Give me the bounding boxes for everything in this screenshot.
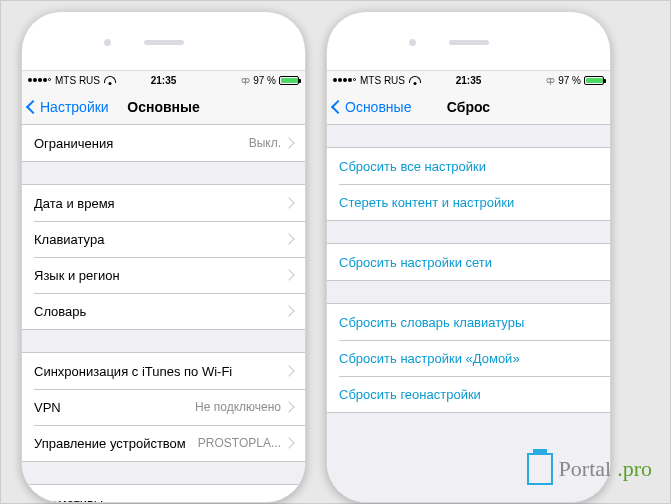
watermark-suffix: .pro xyxy=(617,456,652,482)
battery-icon xyxy=(279,76,299,85)
row-reset-network[interactable]: Сбросить настройки сети xyxy=(327,244,610,280)
back-label: Основные xyxy=(345,99,411,115)
wifi-icon xyxy=(104,76,116,85)
chevron-right-icon xyxy=(283,269,294,280)
screen-reset: MTS RUS 21:35 ȹ 97 % Основные Сброс xyxy=(327,70,610,502)
row-dictionary[interactable]: Словарь xyxy=(22,293,305,329)
nav-title: Сброс xyxy=(447,99,490,115)
row-language-region[interactable]: Язык и регион xyxy=(22,257,305,293)
bluetooth-icon: ȹ xyxy=(241,75,250,85)
group-reset-network: Сбросить настройки сети xyxy=(327,243,610,281)
row-erase-all[interactable]: Стереть контент и настройки xyxy=(327,184,610,220)
chevron-right-icon xyxy=(283,401,294,412)
phone-left: MTS RUS 21:35 ȹ 97 % Настройки Основные xyxy=(21,11,306,503)
carrier-label: MTS RUS xyxy=(360,75,405,86)
group-reset-other: Сбросить словарь клавиатуры Сбросить нас… xyxy=(327,303,610,413)
row-regulatory[interactable]: Нормативы xyxy=(22,485,305,502)
phone-right: MTS RUS 21:35 ȹ 97 % Основные Сброс xyxy=(326,11,611,503)
row-keyboard[interactable]: Клавиатура xyxy=(22,221,305,257)
row-date-time[interactable]: Дата и время xyxy=(22,185,305,221)
status-bar: MTS RUS 21:35 ȹ 97 % xyxy=(327,71,610,89)
chevron-right-icon xyxy=(283,365,294,376)
group-general: Дата и время Клавиатура Язык и регион Сл… xyxy=(22,184,305,330)
nav-bar: Основные Сброс xyxy=(327,89,610,125)
chevron-right-icon xyxy=(283,233,294,244)
battery-percentage: 97 % xyxy=(253,75,276,86)
nav-bar: Настройки Основные xyxy=(22,89,305,125)
watermark: Portal.pro xyxy=(527,453,652,485)
chevron-right-icon xyxy=(283,305,294,316)
chevron-right-icon xyxy=(283,497,294,502)
row-reset-home-layout[interactable]: Сбросить настройки «Домой» xyxy=(327,340,610,376)
back-label: Настройки xyxy=(40,99,109,115)
back-button[interactable]: Основные xyxy=(333,99,411,115)
battery-icon xyxy=(584,76,604,85)
row-restrictions[interactable]: Ограничения Выкл. xyxy=(22,125,305,161)
clock-label: 21:35 xyxy=(456,75,482,86)
row-vpn[interactable]: VPNНе подключено xyxy=(22,389,305,425)
signal-strength-icon xyxy=(333,78,356,82)
chevron-right-icon xyxy=(283,137,294,148)
group-about: Нормативы xyxy=(22,484,305,502)
row-itunes-wifi-sync[interactable]: Синхронизация с iTunes по Wi-Fi xyxy=(22,353,305,389)
chevron-left-icon xyxy=(26,99,40,113)
group-reset-main: Сбросить все настройки Стереть контент и… xyxy=(327,147,610,221)
battery-percentage: 97 % xyxy=(558,75,581,86)
status-bar: MTS RUS 21:35 ȹ 97 % xyxy=(22,71,305,89)
screen-general: MTS RUS 21:35 ȹ 97 % Настройки Основные xyxy=(22,70,305,502)
group-sync: Синхронизация с iTunes по Wi-Fi VPNНе по… xyxy=(22,352,305,462)
wifi-icon xyxy=(409,76,421,85)
chevron-right-icon xyxy=(283,437,294,448)
chevron-left-icon xyxy=(331,99,345,113)
group-restrictions: Ограничения Выкл. xyxy=(22,125,305,162)
signal-strength-icon xyxy=(28,78,51,82)
bluetooth-icon: ȹ xyxy=(546,75,555,85)
back-button[interactable]: Настройки xyxy=(28,99,109,115)
chevron-right-icon xyxy=(283,197,294,208)
stage: MTS RUS 21:35 ȹ 97 % Настройки Основные xyxy=(0,0,671,504)
reset-list[interactable]: Сбросить все настройки Стереть контент и… xyxy=(327,125,610,502)
row-device-management[interactable]: Управление устройствомPROSTOPLA... xyxy=(22,425,305,461)
watermark-icon xyxy=(527,453,553,485)
row-reset-keyboard-dict[interactable]: Сбросить словарь клавиатуры xyxy=(327,304,610,340)
nav-title: Основные xyxy=(127,99,200,115)
carrier-label: MTS RUS xyxy=(55,75,100,86)
row-reset-location[interactable]: Сбросить геонастройки xyxy=(327,376,610,412)
row-reset-all-settings[interactable]: Сбросить все настройки xyxy=(327,148,610,184)
clock-label: 21:35 xyxy=(151,75,177,86)
settings-list[interactable]: Ограничения Выкл. Дата и время Клавиатур… xyxy=(22,125,305,502)
watermark-text: Portal xyxy=(559,456,612,482)
